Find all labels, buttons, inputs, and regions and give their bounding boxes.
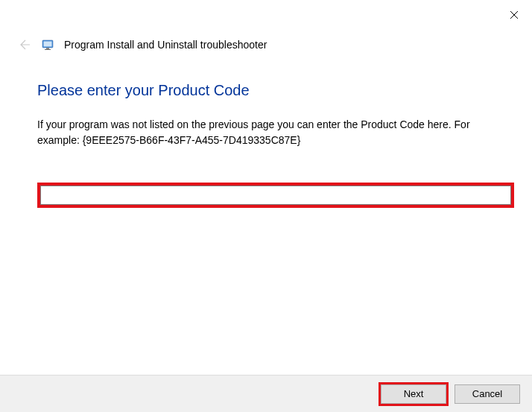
- titlebar: [0, 0, 532, 27]
- next-button[interactable]: Next: [381, 384, 446, 404]
- close-icon: [510, 10, 519, 19]
- svg-rect-5: [45, 49, 51, 50]
- cancel-button[interactable]: Cancel: [455, 384, 520, 404]
- app-icon: [42, 39, 54, 51]
- content-area: Please enter your Product Code If your p…: [0, 52, 532, 208]
- header-row: Program Install and Uninstall troublesho…: [0, 27, 532, 52]
- input-highlight: [37, 183, 514, 208]
- page-heading: Please enter your Product Code: [37, 82, 495, 99]
- window-title: Program Install and Uninstall troublesho…: [64, 39, 267, 51]
- back-button[interactable]: [16, 37, 31, 52]
- back-arrow-icon: [18, 39, 30, 51]
- troubleshooter-icon: [42, 39, 54, 51]
- page-description: If your program was not listed on the pr…: [37, 117, 495, 148]
- svg-rect-3: [44, 42, 52, 47]
- product-code-input[interactable]: [40, 186, 511, 205]
- svg-rect-4: [46, 48, 49, 49]
- close-button[interactable]: [505, 6, 523, 24]
- next-button-highlight: Next: [379, 382, 449, 406]
- footer-bar: Next Cancel: [0, 375, 532, 412]
